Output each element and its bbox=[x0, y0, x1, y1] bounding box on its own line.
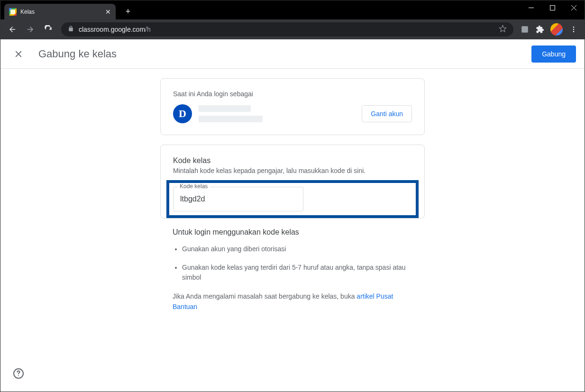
window-controls bbox=[521, 0, 585, 15]
svg-point-6 bbox=[18, 375, 19, 376]
join-button[interactable]: Gabung bbox=[531, 46, 576, 63]
user-email-redacted bbox=[199, 116, 263, 122]
browser-tab[interactable]: Kelas ✕ bbox=[4, 4, 116, 19]
avatar: D bbox=[173, 104, 192, 123]
profile-avatar[interactable] bbox=[550, 23, 563, 36]
page-header: Gabung ke kelas Gabung bbox=[0, 39, 585, 69]
classroom-favicon bbox=[9, 8, 17, 16]
close-tab-icon[interactable]: ✕ bbox=[104, 7, 112, 17]
tab-strip: Kelas ✕ + bbox=[0, 0, 521, 19]
help-item: Gunakan akun yang diberi otorisasi bbox=[182, 244, 412, 254]
code-description: Mintalah kode kelas kepada pengajar, lal… bbox=[173, 167, 412, 174]
reload-button[interactable] bbox=[40, 21, 56, 37]
switch-account-button[interactable]: Ganti akun bbox=[362, 105, 412, 122]
bookmark-star-icon[interactable] bbox=[499, 25, 507, 34]
url-text: classroom.google.com/h bbox=[79, 26, 151, 33]
minimize-button[interactable] bbox=[521, 0, 542, 15]
help-footer-text: Jika Anda mengalami masalah saat bergabu… bbox=[173, 292, 356, 300]
help-footer: Jika Anda mengalami masalah saat bergabu… bbox=[173, 291, 412, 312]
address-bar[interactable]: classroom.google.com/h bbox=[61, 22, 513, 36]
svg-rect-1 bbox=[521, 26, 528, 33]
close-icon[interactable] bbox=[9, 45, 28, 64]
maximize-button[interactable] bbox=[542, 0, 563, 15]
titlebar: Kelas ✕ + bbox=[0, 0, 585, 19]
help-list: Gunakan akun yang diberi otorisasi Gunak… bbox=[173, 244, 412, 283]
page-body: Saat ini Anda login sebagai D Ganti akun… bbox=[0, 69, 585, 392]
class-code-card: Kode kelas Mintalah kode kelas kepada pe… bbox=[160, 145, 425, 219]
back-button[interactable] bbox=[4, 21, 20, 37]
forward-button[interactable] bbox=[22, 21, 38, 37]
code-title: Kode kelas bbox=[173, 156, 412, 165]
help-section: Untuk login menggunakan kode kelas Gunak… bbox=[160, 228, 425, 312]
page-content: Gabung ke kelas Gabung Saat ini Anda log… bbox=[0, 39, 585, 392]
extension-icon-1[interactable] bbox=[518, 23, 531, 36]
toolbar: classroom.google.com/h bbox=[0, 19, 585, 39]
input-wrapper: Kode kelas bbox=[173, 187, 303, 211]
input-highlight-box: Kode kelas bbox=[166, 180, 419, 218]
svg-rect-0 bbox=[550, 5, 555, 10]
browser-menu-icon[interactable] bbox=[567, 22, 581, 36]
browser-chrome: Kelas ✕ + classroom.google.com/h bbox=[0, 0, 585, 39]
extensions-puzzle-icon[interactable] bbox=[533, 23, 547, 36]
svg-point-2 bbox=[573, 27, 575, 28]
class-code-input[interactable] bbox=[173, 187, 303, 211]
tab-title: Kelas bbox=[20, 9, 101, 15]
login-card: Saat ini Anda login sebagai D Ganti akun bbox=[160, 78, 425, 135]
new-tab-button[interactable]: + bbox=[121, 5, 135, 18]
svg-point-3 bbox=[573, 29, 575, 30]
lock-icon bbox=[68, 26, 74, 33]
user-name-redacted bbox=[199, 105, 251, 112]
input-floating-label: Kode kelas bbox=[178, 183, 210, 190]
svg-point-4 bbox=[573, 31, 575, 32]
page-title: Gabung ke kelas bbox=[38, 48, 117, 60]
help-icon[interactable] bbox=[9, 364, 28, 383]
help-title: Untuk login menggunakan kode kelas bbox=[173, 228, 412, 237]
close-window-button[interactable] bbox=[563, 0, 585, 15]
user-info bbox=[199, 105, 362, 122]
login-label: Saat ini Anda login sebagai bbox=[173, 90, 412, 98]
login-row: D Ganti akun bbox=[173, 104, 412, 123]
help-item: Gunakan kode kelas yang terdiri dari 5-7… bbox=[182, 263, 412, 283]
